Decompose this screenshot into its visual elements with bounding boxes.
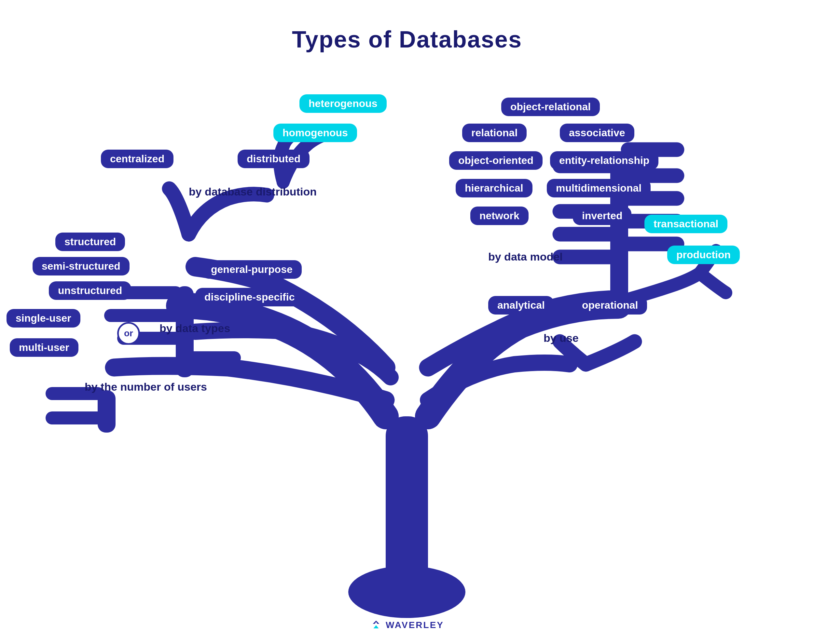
- label-heterogenous: heterogenous: [299, 94, 387, 113]
- label-operational: operational: [573, 296, 647, 314]
- label-distributed: distributed: [238, 150, 310, 168]
- label-centralized: centralized: [101, 150, 174, 168]
- svg-marker-7: [373, 625, 379, 629]
- label-multidimensional: multidimensional: [547, 179, 651, 198]
- label-single-user: single-user: [6, 309, 80, 328]
- label-multi-user: multi-user: [10, 338, 78, 357]
- label-homogenous: homogenous: [273, 124, 357, 142]
- label-hierarchical: hierarchical: [456, 179, 533, 198]
- footer: WAVERLEY: [370, 619, 444, 631]
- label-structured: structured: [55, 233, 125, 251]
- svg-point-1: [348, 566, 465, 618]
- label-network: network: [470, 207, 528, 225]
- waverley-logo-icon: [370, 619, 382, 631]
- label-by-use: by use: [544, 332, 579, 345]
- footer-logo-text: WAVERLEY: [385, 620, 444, 630]
- label-unstructured: unstructured: [49, 281, 131, 300]
- label-transactional: transactional: [644, 215, 727, 233]
- label-associative: associative: [560, 124, 634, 142]
- label-entity-relationship: entity-relationship: [550, 151, 659, 170]
- label-general-purpose: general-purpose: [202, 260, 302, 279]
- label-relational: relational: [462, 124, 527, 142]
- label-by-number-of-users: by the number of users: [84, 380, 207, 393]
- label-analytical: analytical: [488, 296, 554, 314]
- svg-marker-6: [373, 621, 379, 624]
- page-title: Types of Databases: [0, 0, 814, 53]
- label-by-database-distribution: by database distribution: [189, 186, 317, 198]
- label-discipline-specific: discipline-specific: [195, 288, 304, 307]
- diagram-container: heterogenous homogenous centralized dist…: [0, 58, 814, 628]
- label-by-data-types: by data types: [160, 322, 230, 335]
- label-inverted: inverted: [573, 207, 631, 225]
- tree-svg: [0, 58, 814, 628]
- label-object-relational: object-relational: [501, 98, 600, 116]
- label-object-oriented: object-oriented: [449, 151, 542, 170]
- label-production: production: [667, 245, 740, 264]
- label-by-data-model: by data model: [488, 250, 563, 263]
- label-semi-structured: semi-structured: [32, 257, 129, 276]
- label-or: or: [117, 322, 140, 345]
